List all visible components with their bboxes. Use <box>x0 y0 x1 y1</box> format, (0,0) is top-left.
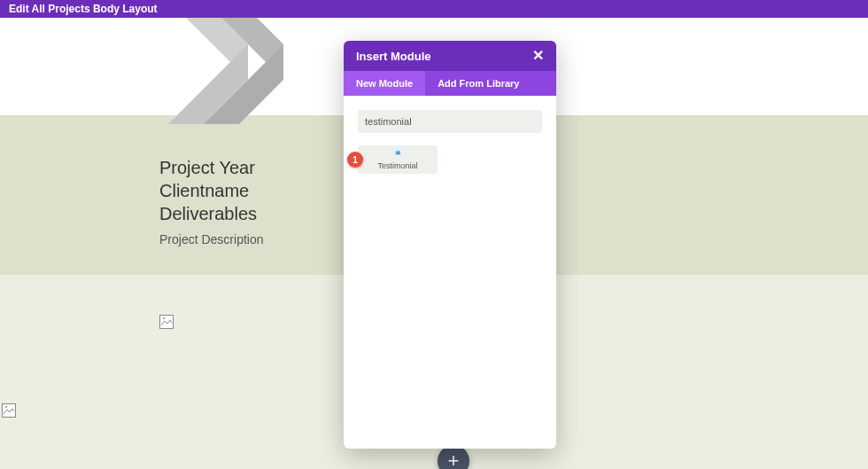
project-text-block: Project Year Clientname Deliverables Pro… <box>159 156 264 246</box>
top-bar: Edit All Projects Body Layout <box>0 0 868 18</box>
broken-image-icon <box>159 315 174 329</box>
module-grid: 1 ❝ Testimonial <box>358 145 542 174</box>
insert-module-modal: Insert Module ✕ New Module Add From Libr… <box>344 41 556 449</box>
modal-header: Insert Module ✕ <box>344 41 556 71</box>
svg-point-5 <box>163 317 165 319</box>
plus-icon: + <box>448 449 460 469</box>
module-label: Testimonial <box>377 161 417 170</box>
module-search-input[interactable] <box>358 110 542 133</box>
project-client: Clientname <box>159 179 264 202</box>
modal-title: Insert Module <box>356 50 431 63</box>
tab-add-from-library[interactable]: Add From Library <box>425 71 531 96</box>
broken-image-icon <box>2 403 16 418</box>
project-deliverables: Deliverables <box>159 202 264 225</box>
modal-tabs: New Module Add From Library <box>344 71 556 96</box>
close-icon[interactable]: ✕ <box>532 49 544 63</box>
module-item-testimonial[interactable]: 1 ❝ Testimonial <box>358 145 438 174</box>
tab-new-module[interactable]: New Module <box>344 71 425 96</box>
svg-point-7 <box>5 406 7 408</box>
annotation-badge: 1 <box>347 152 363 168</box>
quote-icon: ❝ <box>395 150 400 160</box>
project-description: Project Description <box>159 232 264 246</box>
project-year: Project Year <box>159 156 264 179</box>
modal-body: 1 ❝ Testimonial <box>344 96 556 449</box>
top-bar-title: Edit All Projects Body Layout <box>9 3 158 15</box>
